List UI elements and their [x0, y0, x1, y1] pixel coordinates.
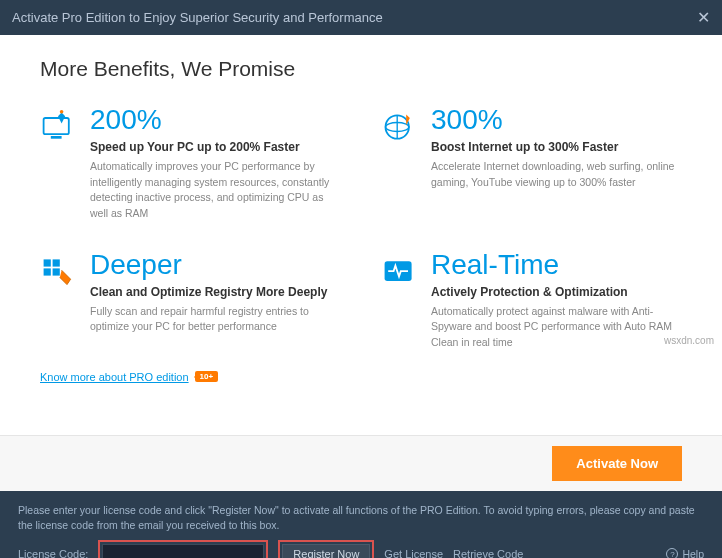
- register-now-button[interactable]: Register Now: [282, 544, 370, 558]
- feature-title: Deeper: [90, 250, 341, 281]
- rocket-monitor-icon: [40, 109, 76, 145]
- watermark: wsxdn.com: [664, 335, 714, 346]
- feature-subtitle: Clean and Optimize Registry More Deeply: [90, 285, 341, 299]
- feature-internet: 300% Boost Internet up to 300% Faster Ac…: [381, 105, 682, 222]
- feature-speed: 200% Speed up Your PC up to 200% Faster …: [40, 105, 341, 222]
- help-label: Help: [682, 548, 704, 558]
- heartbeat-monitor-icon: [381, 254, 417, 290]
- help-link[interactable]: ? Help: [666, 548, 704, 558]
- svg-rect-6: [53, 259, 60, 266]
- svg-rect-7: [44, 268, 51, 275]
- feature-title: 200%: [90, 105, 341, 136]
- feature-subtitle: Boost Internet up to 300% Faster: [431, 140, 682, 154]
- retrieve-code-link[interactable]: Retrieve Code: [453, 548, 523, 558]
- svg-point-2: [60, 110, 64, 114]
- footer-instruction: Please enter your license code and click…: [18, 503, 704, 532]
- registry-brush-icon: [40, 254, 76, 290]
- feature-realtime: Real-Time Actively Protection & Optimiza…: [381, 250, 682, 351]
- feature-desc: Fully scan and repair harmful registry e…: [90, 304, 341, 336]
- feature-desc: Automatically protect against malware wi…: [431, 304, 682, 351]
- help-icon: ?: [666, 548, 678, 558]
- license-code-input[interactable]: [102, 544, 264, 558]
- know-more-badge: 10+: [195, 371, 219, 382]
- feature-title: Real-Time: [431, 250, 682, 281]
- activate-now-button[interactable]: Activate Now: [552, 446, 682, 481]
- feature-title: 300%: [431, 105, 682, 136]
- globe-rocket-icon: [381, 109, 417, 145]
- get-license-link[interactable]: Get License: [384, 548, 443, 558]
- svg-rect-1: [51, 136, 62, 139]
- feature-desc: Automatically improves your PC performan…: [90, 159, 341, 222]
- feature-subtitle: Speed up Your PC up to 200% Faster: [90, 140, 341, 154]
- svg-rect-5: [44, 259, 51, 266]
- feature-desc: Accelerate Internet downloading, web sur…: [431, 159, 682, 191]
- license-code-label: License Code:: [18, 548, 88, 558]
- know-more-link[interactable]: Know more about PRO edition: [40, 371, 189, 383]
- svg-rect-0: [44, 118, 69, 134]
- feature-subtitle: Actively Protection & Optimization: [431, 285, 682, 299]
- close-icon[interactable]: ✕: [697, 8, 710, 27]
- svg-rect-8: [53, 268, 60, 275]
- page-headline: More Benefits, We Promise: [40, 57, 682, 81]
- feature-deeper: Deeper Clean and Optimize Registry More …: [40, 250, 341, 351]
- window-title: Activate Pro Edition to Enjoy Superior S…: [12, 10, 383, 25]
